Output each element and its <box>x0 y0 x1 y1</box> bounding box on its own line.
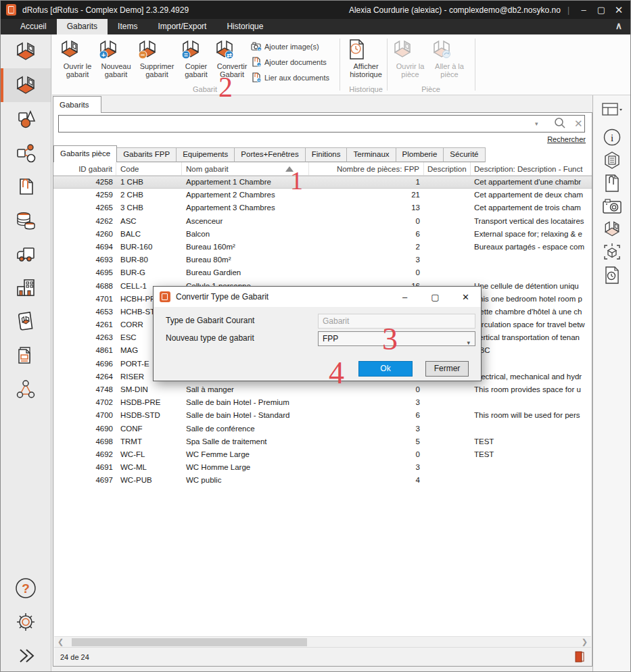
scroll-left-icon[interactable]: ❮ <box>57 638 64 646</box>
sidebar-item-buildings[interactable] <box>1 271 51 305</box>
dialog-maximize-button[interactable]: ▢ <box>420 292 450 302</box>
close-button[interactable]: ✕ <box>610 4 628 16</box>
sidebar-item-expand[interactable] <box>1 639 51 672</box>
lier-documents-button[interactable]: ∞ Lier aux documents <box>251 71 352 84</box>
table-row[interactable]: 4700 HSDB-STD Salle de bain Hotel - Stan… <box>53 409 592 422</box>
ouvrir-gabarit-button[interactable]: Ouvrir le gabarit <box>58 38 97 85</box>
info-panel-button[interactable]: i <box>593 126 630 149</box>
table-row[interactable]: 4260 BALC Balcon 6 External space for; r… <box>53 228 592 241</box>
table-row[interactable]: 4691 WC-ML WC Homme Large 3 <box>53 461 592 474</box>
model-select-panel-button[interactable] <box>593 241 630 264</box>
copier-gabarit-button[interactable]: = Copier gabarit <box>179 38 213 85</box>
clear-search-icon[interactable]: ✕ <box>574 118 583 130</box>
table-row[interactable]: 4265 3 CHB Appartement 3 Chambres 13 Cet… <box>53 201 592 214</box>
rechercher-link[interactable]: Rechercher <box>547 135 586 143</box>
minimize-button[interactable]: – <box>575 5 592 15</box>
cell-description <box>424 241 471 254</box>
sidebar-item-help[interactable]: ? <box>1 571 51 605</box>
logistics-icon <box>14 243 37 266</box>
fermer-button[interactable]: Fermer <box>425 361 469 377</box>
cell-nom-gabarit: Ascenceur <box>182 215 309 228</box>
cell-code: WC-PUB <box>116 474 182 487</box>
tab-finitions[interactable]: Finitions <box>305 147 348 162</box>
nouveau-gabarit-button[interactable]: + Nouveau gabarit <box>97 38 135 85</box>
sidebar-item-network[interactable] <box>1 373 51 406</box>
column-header-nombre-pieces[interactable]: Nombre de pièces: FPP <box>309 162 424 175</box>
sidebar-item-catalog[interactable] <box>1 305 51 339</box>
cell-description-funct <box>471 474 592 487</box>
column-header-description-funct[interactable]: Description: Description - Funct <box>471 162 592 175</box>
tab-gabarits-pi-ce[interactable]: Gabarits pièce <box>53 145 117 162</box>
log-book-icon[interactable] <box>575 651 584 663</box>
attachments-panel-button[interactable] <box>593 172 630 195</box>
images-panel-button[interactable] <box>593 195 630 218</box>
cell-nombre-pieces: 6 <box>309 409 424 422</box>
sidebar-item-documents[interactable] <box>1 170 51 203</box>
sidebar-item-products[interactable] <box>1 136 51 170</box>
sidebar-item-settings[interactable] <box>1 605 51 639</box>
table-row[interactable]: 4258 1 CHB Appartement 1 Chambre 1 Cet a… <box>53 176 592 189</box>
tab-portes-fen-tres[interactable]: Portes+Fenêtres <box>234 147 305 162</box>
sidebar-item-finance[interactable] <box>1 203 51 237</box>
tab-s-curit-[interactable]: Sécurité <box>443 147 485 162</box>
table-row[interactable]: 4693 BUR-80 Bureau 80m² 3 <box>53 254 592 266</box>
cell-id-gabarit: 4702 <box>59 396 116 409</box>
tab-plomberie[interactable]: Plomberie <box>396 147 444 162</box>
new-type-label: Nouveau type de gabarit <box>166 333 254 343</box>
sidebar-item-items[interactable] <box>1 102 51 136</box>
aller-piece-button[interactable]: Aller à la pièce <box>430 38 469 85</box>
dialog-close-button[interactable]: ✕ <box>450 292 481 302</box>
classification-panel-button[interactable] <box>593 149 630 172</box>
ribbon-collapse-icon[interactable]: ∧ <box>615 19 622 34</box>
search-input[interactable] <box>58 115 585 133</box>
room-3d-panel-button[interactable] <box>593 218 630 241</box>
sidebar-item-rooms[interactable] <box>1 34 51 68</box>
column-header-id-gabarit[interactable]: ID gabarit <box>59 162 116 175</box>
sidebar-item-logistics[interactable] <box>1 237 51 271</box>
layout-panel-button[interactable] <box>593 99 630 122</box>
tab-gabarits-fpp[interactable]: Gabarits FPP <box>116 147 177 162</box>
menu-item-gabarits[interactable]: Gabarits <box>57 19 108 34</box>
table-row[interactable]: 4694 BUR-160 Bureau 160m² 2 Bureaux part… <box>53 241 592 254</box>
scroll-right-icon[interactable]: ❯ <box>582 638 588 646</box>
menu-item-items[interactable]: Items <box>108 19 147 34</box>
table-row[interactable]: 4259 2 CHB Appartement 2 Chambres 21 Cet… <box>53 189 592 201</box>
column-header-description[interactable]: Description <box>424 162 471 175</box>
column-header-code[interactable]: Code <box>116 162 182 175</box>
table-row[interactable]: 4690 CONF Salle de conférence 3 <box>53 423 592 435</box>
table-row[interactable]: 4695 BUR-G Bureau Gardien 0 <box>53 266 592 279</box>
table-row[interactable]: 4262 ASC Ascenceur 0 Transport vertical … <box>53 215 592 228</box>
ajouter-documents-button[interactable]: + Ajouter documents <box>251 55 352 68</box>
supprimer-gabarit-button[interactable]: − Supprimer gabarit <box>136 38 178 85</box>
table-row[interactable]: 4692 WC-FL WC Femme Large 0 TEST <box>53 448 592 461</box>
scrollbar-thumb[interactable] <box>72 638 307 646</box>
cell-id-gabarit: 4697 <box>59 474 116 487</box>
table-row[interactable]: 4697 WC-PUB WC public 4 <box>53 474 592 487</box>
document-tab-gabarits[interactable]: Gabarits <box>53 96 101 113</box>
afficher-historique-button[interactable]: Afficher historique <box>346 38 386 85</box>
menu-item-historique[interactable]: Historique <box>216 19 273 34</box>
table-row[interactable]: 4748 SM-DIN Sall à manger 0 This room pr… <box>53 383 592 396</box>
menu-item-accueil[interactable]: Accueil <box>10 19 57 34</box>
maximize-button[interactable]: ▢ <box>592 5 610 15</box>
sidebar-item-reports[interactable] <box>1 339 51 373</box>
aller-piece-label: Aller à la pièce <box>435 62 464 78</box>
tab-equipements[interactable]: Equipements <box>176 147 235 162</box>
tab-terminaux[interactable]: Terminaux <box>346 147 396 162</box>
cell-id-gabarit: 4690 <box>59 423 116 435</box>
search-history-caret-icon[interactable]: ▾ <box>535 120 538 127</box>
sidebar-item-gabarits[interactable] <box>1 68 51 102</box>
ok-button[interactable]: Ok <box>358 361 413 377</box>
menu-item-import-export[interactable]: Import/Export <box>147 19 216 34</box>
ajouter-images-button[interactable]: + Ajouter image(s) <box>251 40 352 53</box>
horizontal-scrollbar[interactable]: ❮ ❯ <box>54 636 591 647</box>
cell-nom-gabarit: WC Homme Large <box>182 461 309 474</box>
dialog-minimize-button[interactable]: – <box>390 292 420 302</box>
table-row[interactable]: 4698 TRMT Spa Salle de traitement 5 TEST <box>53 435 592 448</box>
search-icon[interactable] <box>554 117 566 129</box>
cell-description <box>424 201 471 214</box>
table-row[interactable]: 4702 HSDB-PRE Salle de bain Hotel - Prem… <box>53 396 592 409</box>
history-panel-button[interactable] <box>593 264 630 287</box>
ouvrir-piece-button[interactable]: Ouvrir la pièce <box>391 38 429 85</box>
window-title: dRofus [dRofus - Complex Demo] 2.3.29.49… <box>22 5 189 15</box>
